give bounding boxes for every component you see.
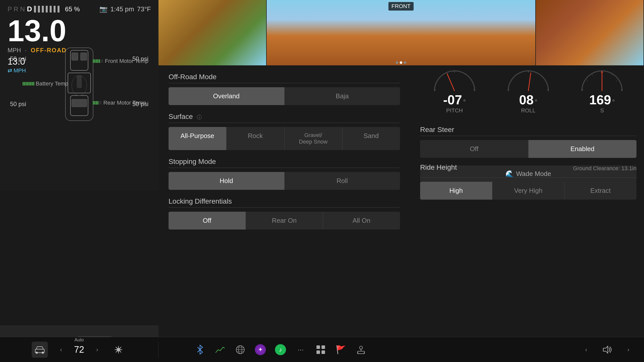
svg-rect-51	[357, 351, 365, 354]
rear-steer-enabled-btn[interactable]: Enabled	[529, 140, 637, 158]
roll-value: 08	[519, 92, 534, 107]
roll-deg: °	[535, 98, 537, 106]
offroad-baja-btn[interactable]: Baja	[285, 87, 400, 105]
camera-front[interactable]: FRONT	[267, 0, 536, 65]
stopping-mode-section: Stopping Mode Hold Roll	[169, 158, 400, 190]
roll-arc	[506, 67, 551, 92]
svg-line-24	[528, 73, 531, 91]
heading-value: 169	[589, 92, 611, 107]
pitch-gauge: -07 ° PITCH	[432, 67, 477, 114]
front-motor-temp-label: Front Motor Temp	[105, 58, 148, 64]
camera-dots	[394, 60, 408, 65]
locking-off-btn[interactable]: Off	[169, 212, 246, 230]
svg-rect-47	[316, 345, 320, 349]
roll-label: ROLL	[506, 107, 551, 114]
surface-rock-btn[interactable]: Rock	[226, 127, 284, 150]
top-bar: P R N D ▌▌▌▌▌▌▌ 65 % 📷 1:45 pm 73°F	[8, 5, 151, 13]
car-taskbar-btn[interactable]	[32, 342, 48, 358]
music-btn[interactable]: ♪	[272, 342, 289, 358]
svg-rect-50	[321, 350, 325, 354]
bluetooth-btn[interactable]	[192, 342, 208, 358]
svg-line-30	[616, 80, 617, 81]
chart-btn[interactable]	[212, 342, 228, 358]
stopping-mode-group[interactable]: Hold Roll	[169, 172, 400, 190]
ground-clearance-display: Ground Clearance: 13.1in	[573, 165, 636, 172]
svg-line-27	[592, 74, 593, 76]
tire-fl-pressure: 50 psi	[10, 55, 26, 62]
grid-btn[interactable]	[313, 342, 329, 358]
battery-temp-row: Battery Temp	[23, 80, 68, 87]
flag-icon: 🚩	[336, 345, 346, 354]
chart-icon	[215, 345, 226, 354]
current-time: 1:45 pm	[110, 5, 134, 13]
rear-motor-temp-label: Rear Motor Temp	[103, 100, 146, 106]
ride-height-header: Ride Height Ground Clearance: 13.1in	[420, 163, 636, 173]
battery-bars: ▌▌▌▌▌▌▌	[34, 6, 61, 12]
heading-gauge: 169 ° S	[579, 67, 625, 114]
svg-rect-4	[72, 53, 78, 60]
locking-all-btn[interactable]: All On	[323, 212, 400, 230]
gear-inactive: P R N	[8, 5, 25, 13]
surface-gravel-btn[interactable]: Gravel/Deep Snow	[285, 127, 342, 150]
grid-icon	[315, 344, 326, 355]
offroad-mode-group[interactable]: Overland Baja	[169, 87, 400, 105]
ride-extract-btn[interactable]: Extract	[565, 182, 636, 200]
bluetooth-icon	[195, 344, 205, 355]
ride-height-section: Ride Height Ground Clearance: 13.1in Hig…	[413, 158, 644, 212]
front-motor-temp-row: Front Motor Temp	[93, 58, 148, 64]
locking-diffs-group[interactable]: Off Rear On All On	[169, 212, 400, 230]
rear-steer-title: Rear Steer	[420, 126, 636, 136]
svg-rect-6	[72, 99, 87, 107]
climate-btn[interactable]	[110, 342, 127, 358]
locking-diffs-title: Locking Differentials	[169, 197, 400, 208]
battery-percent: 65 %	[65, 5, 80, 13]
nav-left-btn[interactable]: ‹	[53, 342, 69, 358]
left-panel: P R N D ▌▌▌▌▌▌▌ 65 % 📷 1:45 pm 73°F 13.0…	[0, 0, 158, 191]
battery-temp-label: Battery Temp	[36, 80, 68, 87]
music-icon: ♪	[275, 344, 286, 355]
stopping-roll-btn[interactable]: Roll	[285, 172, 400, 190]
globe-btn[interactable]	[232, 342, 248, 358]
locking-rear-btn[interactable]: Rear On	[246, 212, 323, 230]
camera-front-label: FRONT	[388, 2, 414, 11]
ride-very-high-btn[interactable]: Very High	[492, 182, 565, 200]
svg-rect-5	[80, 53, 87, 60]
heading-arc	[579, 67, 625, 92]
taskbar-nav-left-btn[interactable]: ‹	[578, 342, 594, 358]
camera-left[interactable]	[158, 0, 267, 65]
cam-dot-3	[404, 61, 406, 64]
offroad-overland-btn[interactable]: Overland	[169, 87, 285, 105]
surface-group[interactable]: All-Purpose Rock Gravel/Deep Snow Sand	[169, 127, 400, 150]
surface-section: Surface ⓘ All-Purpose Rock Gravel/Deep S…	[169, 113, 400, 150]
battery-temp-bars	[23, 82, 34, 85]
right-panel: FRONT Off-Road Mode Overland Baja Surfac…	[158, 0, 644, 362]
camera-strip: FRONT	[158, 0, 644, 65]
ride-height-group[interactable]: High Very High Extract	[420, 182, 636, 200]
offroad-mode-title: Off-Road Mode	[169, 73, 400, 83]
car-taskbar-icon	[34, 345, 45, 354]
surface-allpurpose-btn[interactable]: All-Purpose	[169, 127, 226, 150]
rear-steer-group[interactable]: Off Enabled	[420, 140, 636, 158]
bug-btn[interactable]: ✦	[252, 342, 268, 358]
stopping-hold-btn[interactable]: Hold	[169, 172, 285, 190]
taskbar-center: ✦ ♪ ··· 🚩	[158, 342, 403, 358]
nav-right-btn[interactable]: ›	[89, 342, 105, 358]
rear-steer-off-btn[interactable]: Off	[420, 140, 529, 158]
dots-btn[interactable]: ···	[293, 342, 309, 358]
surface-sand-btn[interactable]: Sand	[342, 127, 400, 150]
offroad-mode-section: Off-Road Mode Overland Baja	[169, 73, 400, 105]
ride-height-divider	[420, 177, 636, 178]
auto-label: Auto	[74, 337, 84, 343]
taskbar-left: ‹ Auto 72 ›	[0, 342, 158, 358]
volume-icon-btn[interactable]	[599, 342, 615, 358]
controls-area: Off-Road Mode Overland Baja Surface ⓘ Al…	[158, 65, 410, 236]
flag-btn[interactable]: 🚩	[333, 342, 349, 358]
svg-line-26	[587, 80, 588, 81]
vehicle-diagram: 50 psi 50 psi 50 psi 50 psi	[8, 45, 151, 126]
camera-right[interactable]	[536, 0, 644, 65]
ride-high-btn[interactable]: High	[420, 182, 492, 200]
taskbar-nav-right-btn[interactable]: ›	[620, 342, 636, 358]
joystick-btn[interactable]	[353, 342, 369, 358]
pitch-deg: °	[463, 98, 466, 106]
heading-label: S	[579, 107, 625, 114]
